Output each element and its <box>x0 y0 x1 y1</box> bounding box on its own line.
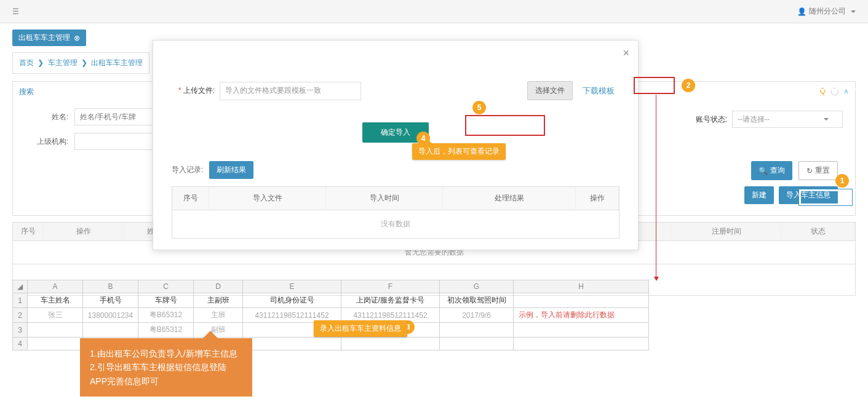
upload-label: *上传文件: <box>172 85 215 96</box>
cell-D2[interactable]: 主班 <box>194 308 243 323</box>
chevron-right-icon: ❯ <box>38 58 44 67</box>
company-name: 随州分公司 <box>809 6 846 17</box>
chevron-right-icon: ❯ <box>81 58 87 67</box>
import-modal: × *上传文件: 导入的文件格式要跟模板一致 选择文件 下载模板 确定导入 导入… <box>153 40 639 250</box>
import-log-table: 序号 导入文件 导入时间 处理结果 操作 没有数据 <box>172 186 619 239</box>
close-icon[interactable]: × <box>623 47 629 60</box>
breadcrumb-owner-mgmt[interactable]: 车主管理 <box>48 58 78 67</box>
th-regtime: 注册时间 <box>671 223 782 240</box>
user-icon: 👤 <box>797 7 806 16</box>
top-bar: ☰ 👤 随州分公司 <box>0 0 868 23</box>
cell-D3[interactable]: 副班 <box>194 323 243 338</box>
breadcrumb: 首页 ❯ 车主管理 ❯ 出租车车主管理 <box>12 52 149 74</box>
sheet-corner: ◢ <box>13 280 28 293</box>
search-title: 搜索 <box>19 87 34 97</box>
hamburger-icon[interactable]: ☰ <box>12 7 19 16</box>
modal-thead: 序号 导入文件 导入时间 处理结果 操作 <box>172 187 619 210</box>
cell-E4[interactable] <box>243 338 341 350</box>
cell-E1[interactable]: 司机身份证号 <box>243 293 341 308</box>
anno-box-1 <box>799 189 852 205</box>
cell-F1[interactable]: 上岗证/服务监督卡号 <box>341 293 440 308</box>
breadcrumb-taxi-owner-mgmt[interactable]: 出租车车主管理 <box>91 58 143 67</box>
cell-A3[interactable] <box>28 323 83 338</box>
row-3-head: 3 <box>13 323 28 338</box>
mth-seq: 序号 <box>172 187 209 210</box>
note-line-1: 1.由出租车公司负责导入/新增车主信息 <box>90 347 242 360</box>
cell-G1[interactable]: 初次领取驾照时间 <box>440 293 514 308</box>
anno-circle-1: 1 <box>835 174 849 188</box>
cell-A1[interactable]: 车主姓名 <box>28 293 83 308</box>
cell-G4[interactable] <box>440 338 514 350</box>
col-G: G <box>440 280 514 293</box>
cell-G2[interactable]: 2017/9/6 <box>440 308 514 323</box>
th-seq: 序号 <box>13 223 44 240</box>
cell-H1[interactable] <box>514 293 649 308</box>
cell-B3[interactable] <box>83 323 138 338</box>
mth-res: 处理结果 <box>443 187 576 210</box>
upload-placeholder: 导入的文件格式要跟模板一致 <box>225 85 321 96</box>
th-status: 状态 <box>782 223 855 240</box>
user-company[interactable]: 👤 随州分公司 <box>797 6 856 17</box>
anno-box-2 <box>634 77 675 94</box>
note-line-2: 2.引导出租车车主根据短信信息登陆APP完善信息即可 <box>90 360 242 388</box>
cell-C3[interactable]: 粤B65312 <box>138 323 194 338</box>
col-D: D <box>194 280 243 293</box>
import-log-label: 导入记录: <box>172 165 203 175</box>
col-B: B <box>83 280 138 293</box>
mth-act: 操作 <box>576 187 619 210</box>
cell-B2[interactable]: 13800001234 <box>83 308 138 323</box>
cell-C1[interactable]: 车牌号 <box>138 293 194 308</box>
col-C: C <box>138 280 194 293</box>
anno-circle-5: 5 <box>472 101 486 114</box>
cell-A4[interactable] <box>28 338 83 350</box>
tab-label: 出租车车主管理 <box>18 33 70 43</box>
org-label: 上级机构: <box>25 136 74 147</box>
cell-H3[interactable] <box>514 323 649 338</box>
row-2-head: 2 <box>13 308 28 323</box>
mth-file: 导入文件 <box>209 187 326 210</box>
cell-D1[interactable]: 主副班 <box>194 293 243 308</box>
col-F: F <box>341 280 440 293</box>
row-1-head: 1 <box>13 293 28 308</box>
mth-time: 导入时间 <box>326 187 443 210</box>
refresh-result-button[interactable]: 刷新结果 <box>209 161 253 179</box>
name-label: 姓名: <box>25 112 74 122</box>
cell-B1[interactable]: 手机号 <box>83 293 138 308</box>
instruction-note: 1.由出租车公司负责导入/新增车主信息 2.引导出租车车主根据短信信息登陆APP… <box>80 338 252 397</box>
cell-H4[interactable] <box>514 338 649 350</box>
anno-tooltip-3: 录入出租车车主资料信息 <box>314 320 407 337</box>
anno-box-5 <box>465 115 545 136</box>
breadcrumb-home[interactable]: 首页 <box>19 58 34 67</box>
cell-H2[interactable]: 示例，导入前请删除此行数据 <box>514 308 649 323</box>
tab-taxi-owner-mgmt[interactable]: 出租车车主管理 ⊗ <box>12 30 86 46</box>
row-4-head: 4 <box>13 338 28 350</box>
select-file-button[interactable]: 选择文件 <box>527 81 573 100</box>
cell-A2[interactable]: 张三 <box>28 308 83 323</box>
col-H: H <box>514 280 649 293</box>
th-op: 操作 <box>44 223 124 240</box>
cell-F4[interactable] <box>341 338 440 350</box>
upload-input[interactable]: 导入的文件格式要跟模板一致 <box>220 82 361 100</box>
cell-C2[interactable]: 粤B65312 <box>138 308 194 323</box>
anno-arrow-curve <box>646 86 861 197</box>
modal-empty-message: 没有数据 <box>172 210 619 238</box>
close-icon[interactable]: ⊗ <box>74 34 80 42</box>
col-A: A <box>28 280 83 293</box>
cell-G3[interactable] <box>440 323 514 338</box>
anno-circle-2: 2 <box>682 79 695 92</box>
col-E: E <box>243 280 341 293</box>
anno-tooltip-4: 导入后，列表可查看记录 <box>412 143 506 160</box>
upload-label-text: 上传文件: <box>183 86 215 95</box>
chevron-down-icon <box>851 10 856 13</box>
download-template-link[interactable]: 下载模板 <box>578 82 619 100</box>
